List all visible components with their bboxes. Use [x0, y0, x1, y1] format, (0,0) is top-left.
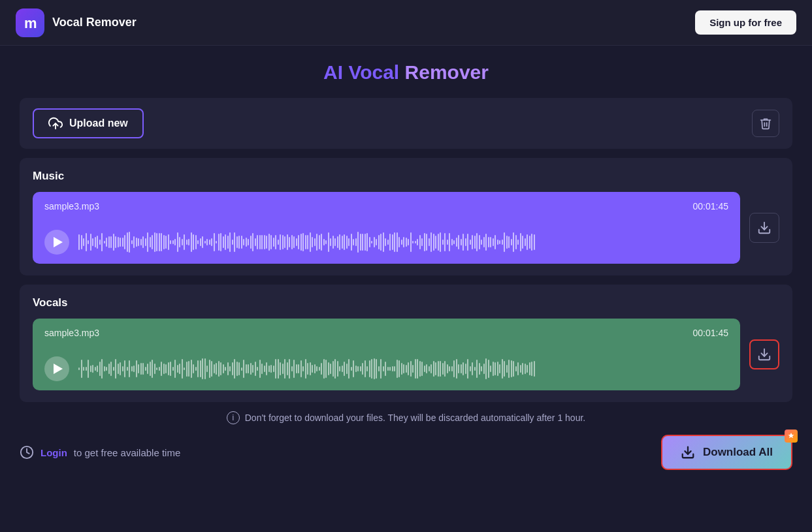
vocals-section: Vocals sample3.mp3 00:01:45: [20, 285, 792, 402]
signup-button[interactable]: Sign up for free: [695, 10, 796, 35]
title-ai-part: AI Vocal: [323, 61, 399, 83]
vocals-play-button[interactable]: [44, 356, 69, 381]
music-section-title: Music: [33, 170, 779, 183]
download-all-label: Download All: [703, 446, 773, 459]
music-track-meta: sample3.mp3 00:01:45: [44, 201, 728, 211]
bottom-left: Login to get free available time: [20, 445, 180, 460]
music-download-button[interactable]: [749, 213, 779, 243]
download-icon: [757, 221, 771, 235]
download-all-button[interactable]: Download All: [661, 435, 792, 470]
play-icon: [54, 237, 63, 247]
header: m Vocal Remover Sign up for free: [0, 0, 812, 46]
vocals-track-meta: sample3.mp3 00:01:45: [44, 328, 728, 338]
app-title: Vocal Remover: [52, 16, 137, 29]
music-track-controls: [44, 230, 728, 255]
music-waveform: [78, 230, 728, 255]
trash-icon: [759, 117, 772, 130]
delete-button[interactable]: [752, 110, 779, 137]
vocals-track-duration: 00:01:45: [693, 328, 729, 338]
info-bar: i Don't forget to download your files. T…: [20, 411, 792, 424]
info-icon: i: [227, 411, 240, 424]
music-track-name: sample3.mp3: [44, 201, 99, 211]
play-icon-vocals: [54, 364, 63, 374]
music-section: Music sample3.mp3 00:01:45: [20, 158, 792, 275]
vocals-track-player: sample3.mp3 00:01:45: [33, 319, 740, 390]
music-track-player: sample3.mp3 00:01:45: [33, 192, 740, 264]
upload-button[interactable]: Upload new: [33, 108, 144, 138]
vocals-track-row: sample3.mp3 00:01:45: [33, 319, 779, 390]
free-time-label: to get free available time: [74, 447, 180, 458]
music-track-duration: 00:01:45: [693, 201, 729, 211]
vocals-track-name: sample3.mp3: [44, 328, 99, 338]
login-link[interactable]: Login: [41, 447, 67, 458]
vocals-waveform: [78, 356, 728, 381]
svg-text:m: m: [24, 15, 37, 31]
vocals-section-title: Vocals: [33, 296, 779, 309]
page-title: AI Vocal Remover: [20, 61, 792, 84]
music-track-row: sample3.mp3 00:01:45: [33, 192, 779, 264]
upload-panel: Upload new: [20, 98, 792, 149]
clock-icon: [20, 445, 34, 460]
bottom-bar: Login to get free available time Downloa…: [20, 435, 792, 470]
vocals-download-button[interactable]: [749, 339, 779, 369]
music-play-button[interactable]: [44, 230, 69, 255]
vocals-track-controls: [44, 356, 728, 381]
header-left: m Vocal Remover: [16, 8, 137, 37]
download-all-icon: [681, 445, 695, 460]
info-message: Don't forget to download your files. The…: [245, 413, 585, 423]
upload-icon: [48, 116, 63, 131]
corner-badge: [785, 430, 798, 443]
main-content: AI Vocal Remover Upload new Music: [0, 46, 812, 486]
title-remover-part: Remover: [405, 61, 489, 83]
app-logo: m: [16, 8, 44, 37]
download-icon-vocals: [757, 347, 771, 362]
